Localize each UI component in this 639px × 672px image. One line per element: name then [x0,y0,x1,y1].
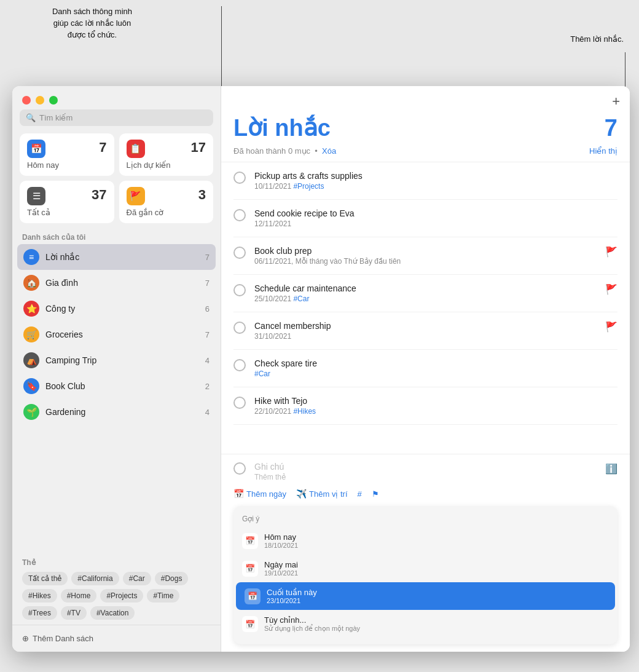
suggestion-today[interactable]: 📅 Hôm nay 18/10/2021 [233,527,617,555]
reminder-subtitle-5: 31/10/2021 [254,332,597,341]
smart-list-label-today: Hôm nay [27,160,107,170]
list-title-row: Lời nhắc 7 [221,114,630,146]
list-icon-cong-ty: ⭐ [23,301,39,317]
reminder-flag-4: 🚩 [605,283,617,295]
smart-list-flagged[interactable]: 🚩 3 Đã gắn cờ [119,181,214,223]
new-reminder-checkbox[interactable] [233,462,246,475]
smart-list-label-all: Tất cả [27,208,107,217]
list-count-cong-ty: 6 [205,304,210,314]
list-title: Lời nhắc [233,114,331,141]
add-location-button[interactable]: ✈️ Thêm vị trí [296,489,348,499]
flag-button[interactable]: ⚑ [372,489,379,499]
smart-list-count-all: 37 [92,187,106,203]
smart-list-label-scheduled: Lịch dự kiến [127,160,206,170]
tag-tv[interactable]: #TV [61,606,87,620]
reminder-tag-7[interactable]: #Hikes [293,407,316,416]
tags-section-label: Thẻ [22,558,211,567]
tag-california[interactable]: #California [71,572,119,585]
reminder-item-4: Schedule car maintenance 25/10/2021 #Car… [233,275,617,312]
reminders-list: Pickup arts & crafts supplies 10/11/2021… [221,162,630,454]
sidebar-item-bookclub[interactable]: 🔖 Book Club 2 [17,373,216,399]
reminder-details-4: Schedule car maintenance 25/10/2021 #Car [254,283,597,303]
sidebar-item-loi-nhac[interactable]: ≡ Lời nhắc 7 [17,244,216,270]
reminder-checkbox-7[interactable] [233,397,246,409]
tag-button[interactable]: # [358,489,362,499]
smart-list-today[interactable]: 📅 7 Hôm nay [20,133,114,176]
suggestion-title-tomorrow: Ngày mai [264,560,609,569]
sidebar-item-camping[interactable]: ⛺ Camping Trip 4 [17,347,216,373]
reminder-checkbox-3[interactable] [233,247,246,259]
left-annotation-line [221,6,222,86]
clear-button[interactable]: Xóa [322,146,336,156]
reminder-item-2: Send cookie recipe to Eva 12/11/2021 [233,200,617,237]
reminder-details-1: Pickup arts & crafts supplies 10/11/2021… [254,171,617,191]
reminder-details-3: Book club prep 06/11/2021, Mỗi tháng vào… [254,246,597,266]
info-icon[interactable]: ℹ️ [605,463,617,475]
reminder-item-7: Hike with Tejo 22/10/2021 #Hikes [233,387,617,425]
suggestions-label: Gợi ý [233,512,617,527]
sidebar-item-gardening[interactable]: 🌱 Gardening 4 [17,399,216,425]
suggestion-date-tomorrow: 19/10/2021 [264,569,609,577]
reminder-checkbox-5[interactable] [233,322,246,334]
tag-vacation[interactable]: #Vacation [90,606,135,620]
smart-list-icon-scheduled: 📋 [127,140,145,158]
suggestion-icon-tomorrow: 📅 [242,561,258,577]
reminder-details-2: Send cookie recipe to Eva 12/11/2021 [254,208,617,228]
smart-list-scheduled[interactable]: 📋 17 Lịch dự kiến [119,133,214,176]
reminder-flag-5: 🚩 [605,321,617,333]
tag-dogs[interactable]: #Dogs [155,572,189,585]
close-button[interactable] [22,96,31,105]
reminder-checkbox-2[interactable] [233,209,246,221]
reminder-item-1: Pickup arts & crafts supplies 10/11/2021… [233,162,617,200]
tag-time[interactable]: #Time [147,589,179,603]
sidebar-item-gia-dinh[interactable]: 🏠 Gia đình 7 [17,270,216,296]
my-lists: ≡ Lời nhắc 7 🏠 Gia đình 7 ⭐ Công ty 6 🛒 … [12,244,221,553]
sidebar-item-groceries[interactable]: 🛒 Groceries 7 [17,322,216,347]
suggestion-tomorrow[interactable]: 📅 Ngày mai 19/10/2021 [233,555,617,582]
suggestion-date-today: 18/10/2021 [264,542,609,549]
smart-list-icon-today: 📅 [27,140,45,158]
reminder-subtitle-4: 25/10/2021 #Car [254,294,597,303]
reminder-subtitle-1: 10/11/2021 #Projects [254,182,617,191]
tag-tất cả thẻ[interactable]: Tất cả thẻ [22,572,68,585]
minimize-button[interactable] [36,96,44,105]
main-content: + Lời nhắc 7 Đã hoàn thành 0 mục • Xóa H… [221,86,630,652]
search-icon: 🔍 [26,113,36,122]
reminder-checkbox-6[interactable] [233,359,246,371]
suggestion-texts-tomorrow: Ngày mai 19/10/2021 [264,560,609,577]
tag-car[interactable]: #Car [123,572,151,585]
reminder-subtitle-3: 06/11/2021, Mỗi tháng vào Thứ Bảy đầu ti… [254,257,597,266]
add-reminder-button[interactable]: + [612,93,620,109]
list-name-groceries: Groceries [45,330,199,339]
add-date-button[interactable]: 📅 Thêm ngày [233,489,286,499]
tag-placeholder: Thêm thẻ [254,473,597,481]
reminder-tag-6[interactable]: #Car [254,370,270,378]
add-list-button[interactable]: ⊕ Thêm Danh sách [12,625,221,652]
reminder-tag-1[interactable]: #Projects [293,182,324,191]
completed-row: Đã hoàn thành 0 mục • Xóa Hiển thị [221,146,630,162]
list-count-groceries: 7 [205,330,210,339]
suggestion-weekend[interactable]: 📅 Cuối tuần này 23/10/2021 [236,582,615,610]
tag-hikes[interactable]: #Hikes [22,589,57,603]
list-icon-camping: ⛺ [23,352,39,368]
search-bar[interactable]: 🔍 Tìm kiếm [20,109,213,126]
tag-home[interactable]: #Home [61,589,97,603]
tag-projects[interactable]: #Projects [100,589,143,603]
list-count-gardening: 4 [205,408,210,417]
reminder-checkbox-4[interactable] [233,284,246,296]
tag-trees[interactable]: #Trees [22,606,57,620]
show-button[interactable]: Hiển thị [589,146,617,156]
smart-list-all[interactable]: ☰ 37 Tất cả [20,181,114,223]
tags-container: Tất cả thẻ#California#Car#Dogs#Hikes#Hom… [22,572,211,620]
suggestion-date-weekend: 23/10/2021 [267,597,606,604]
maximize-button[interactable] [49,96,58,105]
reminder-title-4: Schedule car maintenance [254,283,597,293]
sidebar-item-cong-ty[interactable]: ⭐ Công ty 6 [17,296,216,322]
suggestions-popup: Gợi ý 📅 Hôm nay 18/10/2021 📅 Ngày mai 19… [233,506,617,644]
reminder-checkbox-1[interactable] [233,172,246,184]
suggestion-custom[interactable]: 📅 Tùy chỉnh... Sử dụng lịch để chọn một … [233,610,617,638]
reminder-item-3: Book club prep 06/11/2021, Mỗi tháng vào… [233,237,617,275]
reminder-flag-3: 🚩 [605,246,617,258]
suggestion-title-today: Hôm nay [264,532,609,542]
reminder-tag-4[interactable]: #Car [293,294,309,303]
